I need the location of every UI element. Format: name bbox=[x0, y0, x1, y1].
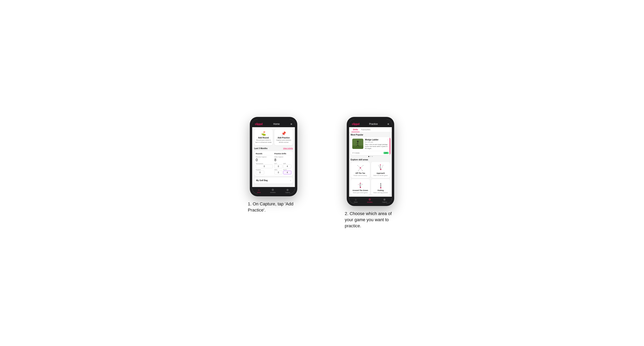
page-wrapper: clippd Home ≡ ⛳ Add Round Record your sh… bbox=[233, 117, 411, 229]
practice-stat: Practice 0 bbox=[256, 169, 273, 174]
ott-value: 0 bbox=[274, 165, 282, 168]
svg-point-29 bbox=[381, 184, 381, 185]
add-round-card[interactable]: ⛳ Add Round Record your shots in fast or… bbox=[254, 129, 273, 145]
drills-capture-value: 8 bbox=[274, 158, 291, 162]
tabs-bar: Drills Favourites bbox=[349, 127, 392, 132]
phone-section-1: clippd Home ≡ ⛳ Add Round Record your sh… bbox=[233, 117, 314, 213]
caption-1: 1. On Capture, tap 'Add Practice'. bbox=[248, 201, 299, 213]
putt-value: 4 bbox=[283, 171, 291, 174]
practice-value: 0 bbox=[256, 171, 264, 174]
featured-title: Wedge Ladder bbox=[365, 139, 378, 141]
practice-scroll: Most Popular bbox=[349, 132, 392, 197]
nav-item-activities-1[interactable]: ⚙ Activities bbox=[270, 188, 276, 193]
tournament-label: Tournament bbox=[256, 163, 273, 164]
nav-item-capture-1[interactable]: ⊕ Capture bbox=[285, 188, 290, 193]
svg-line-8 bbox=[358, 166, 360, 168]
svg-point-25 bbox=[361, 183, 361, 184]
app-title-1: Home bbox=[273, 123, 280, 125]
putt-label: PUTT bbox=[283, 169, 291, 171]
svg-point-17 bbox=[380, 164, 381, 165]
featured-card-footer: ⏱ 9 shots APP bbox=[351, 151, 390, 155]
svg-point-13 bbox=[363, 165, 364, 166]
approach-skill-name: Approach bbox=[376, 172, 385, 174]
rounds-title: Rounds bbox=[256, 153, 273, 155]
caption-2: 2. Choose which area of your game you wa… bbox=[345, 211, 396, 229]
screen-content-1: ⛳ Add Round Record your shots in fast or… bbox=[252, 127, 295, 187]
home-nav-icon-1: ⌂ bbox=[258, 188, 260, 191]
featured-title-row: Wedge Ladder ☆ bbox=[365, 139, 389, 141]
approach-diagram-svg bbox=[376, 164, 385, 172]
featured-subtitle: 50–100 yds bbox=[365, 141, 389, 143]
most-popular-title: Most Popular bbox=[351, 134, 390, 136]
status-bar-2 bbox=[349, 119, 392, 121]
app-header-1: clippd Home ≡ bbox=[252, 121, 295, 127]
view-activity-link[interactable]: View Activity bbox=[283, 147, 293, 149]
stats-grid: Rounds Rounds Capture 0 Tournament 0 bbox=[256, 153, 291, 174]
svg-point-24 bbox=[359, 183, 360, 184]
nav-item-capture-2[interactable]: ⊕ Capture bbox=[382, 198, 387, 203]
atg-skill-desc: Hone your short game bbox=[353, 192, 368, 193]
add-practice-icon: 📌 bbox=[281, 131, 286, 136]
svg-line-9 bbox=[360, 166, 363, 168]
phone-2: clippd Practice ≡ Drills Favourites Most… bbox=[347, 117, 394, 206]
featured-img bbox=[352, 139, 363, 149]
skill-areas-grid: Off The Tee Power and accuracy bbox=[351, 162, 390, 195]
svg-line-10 bbox=[358, 168, 360, 171]
add-practice-card[interactable]: 📌 Add Practice Capture your practice off… bbox=[274, 129, 293, 145]
add-round-title: Add Round bbox=[258, 137, 269, 139]
svg-rect-1 bbox=[352, 146, 363, 149]
putting-diagram-svg bbox=[376, 181, 385, 189]
svg-point-23 bbox=[362, 184, 362, 185]
red-accent-line bbox=[390, 137, 390, 155]
hamburger-icon-1[interactable]: ≡ bbox=[290, 122, 292, 126]
ott-stat: OTT 0 bbox=[274, 163, 282, 168]
svg-line-11 bbox=[360, 168, 362, 171]
nav-item-activities-2[interactable]: ⚙ Activities bbox=[367, 198, 373, 203]
app-stat: APP 4 bbox=[283, 163, 291, 168]
drills-sub-stats-top: OTT 0 APP 4 bbox=[274, 163, 291, 168]
svg-point-27 bbox=[380, 183, 381, 184]
phone-1: clippd Home ≡ ⛳ Add Round Record your sh… bbox=[250, 117, 297, 196]
skill-card-approach[interactable]: Approach Dial-in to hit the green bbox=[371, 162, 390, 178]
featured-card[interactable]: Wedge Ladder ☆ 50–100 yds Play 1 shot at… bbox=[351, 137, 390, 155]
hamburger-icon-2[interactable]: ≡ bbox=[388, 122, 389, 126]
tournament-stat: Tournament 0 bbox=[256, 163, 273, 168]
golf-bag-row[interactable]: My Golf Bag › bbox=[254, 177, 293, 183]
skill-card-ott[interactable]: Off The Tee Power and accuracy bbox=[351, 162, 370, 178]
clock-icon: ⏱ bbox=[352, 152, 354, 154]
putting-skill-desc: Make and lag practice bbox=[374, 192, 388, 193]
svg-point-14 bbox=[358, 170, 359, 171]
nav-item-home-1[interactable]: ⌂ Home bbox=[257, 188, 261, 193]
skill-card-putting[interactable]: Putting Make and lag practice bbox=[371, 179, 390, 195]
approach-skill-desc: Dial-in to hit the green bbox=[374, 174, 388, 176]
star-icon[interactable]: ☆ bbox=[387, 139, 389, 141]
capture-nav-icon-1: ⊕ bbox=[286, 188, 289, 191]
rounds-capture-value: 0 bbox=[256, 158, 273, 162]
bottom-nav-1: ⌂ Home ⚙ Activities ⊕ Capture bbox=[252, 187, 295, 194]
phone-2-screen: clippd Practice ≡ Drills Favourites Most… bbox=[349, 119, 392, 204]
status-bar-1 bbox=[252, 119, 295, 121]
tab-favourites[interactable]: Favourites bbox=[360, 127, 372, 132]
skill-card-atg[interactable]: Around The Green Hone your short game bbox=[351, 179, 370, 195]
rounds-sub-stats: Tournament 0 bbox=[256, 163, 273, 168]
activities-nav-icon-2: ⚙ bbox=[368, 198, 371, 201]
add-practice-desc: Capture your practice off-the-course bbox=[276, 139, 292, 143]
phone-section-2: clippd Practice ≡ Drills Favourites Most… bbox=[330, 117, 411, 229]
nav-item-home-2[interactable]: ⌂ Home bbox=[354, 198, 358, 203]
atg-skill-name: Around The Green bbox=[352, 189, 368, 191]
svg-point-21 bbox=[360, 183, 361, 183]
explore-title: Explore skill areas bbox=[351, 159, 390, 161]
dot-3 bbox=[372, 156, 373, 157]
practice-label: Practice bbox=[256, 169, 273, 171]
chevron-right-icon: › bbox=[290, 179, 291, 182]
add-round-icon: ⛳ bbox=[261, 131, 266, 136]
app-logo-2: clippd bbox=[352, 122, 360, 126]
drills-title: Practice Drills bbox=[274, 153, 291, 155]
tab-drills[interactable]: Drills bbox=[352, 127, 360, 132]
featured-card-body: Wedge Ladder ☆ 50–100 yds Play 1 shot at… bbox=[365, 139, 389, 149]
golf-image-svg bbox=[352, 139, 363, 149]
activities-nav-label-1: Activities bbox=[270, 192, 276, 193]
putting-skill-name: Putting bbox=[378, 189, 384, 191]
svg-point-28 bbox=[380, 184, 380, 185]
ott-diagram-svg bbox=[356, 164, 365, 172]
